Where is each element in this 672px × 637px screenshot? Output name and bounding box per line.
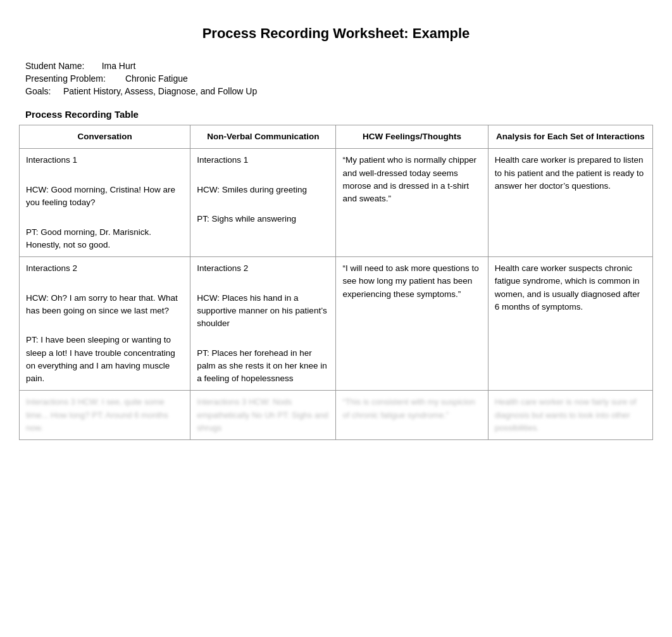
cell-analysis-row2: Health care worker suspects chronic fati… [488,257,652,391]
header-analysis: Analysis for Each Set of Interactions [488,125,652,149]
presenting-problem-line: Presenting Problem: Chronic Fatigue [25,73,653,84]
cell-nonverbal-row2: Interactions 2HCW: Places his hand in a … [190,257,336,391]
cell-nonverbal-row1: Interactions 1HCW: Smiles during greetin… [190,149,336,257]
meta-section: Student Name: Ima Hurt Presenting Proble… [19,61,653,96]
cell-hcw-row3: “This is consistent with my suspicion of… [336,391,488,440]
section-label: Process Recording Table [19,109,653,120]
cell-hcw-row2: “I will need to ask more questions to se… [336,257,488,391]
student-name-value: Ima Hurt [102,61,136,71]
student-name-label: Student Name: [25,61,84,71]
student-name-line: Student Name: Ima Hurt [25,61,653,71]
header-conversation: Conversation [20,125,190,149]
cell-conversation-row1: Interactions 1HCW: Good morning, Cristin… [20,149,190,257]
goals-value: Patient History, Assess, Diagnose, and F… [63,86,257,96]
cell-hcw-row1: “My patient who is normally chipper and … [336,149,488,257]
goals-label: Goals: [25,86,51,96]
presenting-problem-value: Chronic Fatigue [125,73,188,84]
cell-nonverbal-row3: Interactions 3 HCW: Nods empathetically … [190,391,336,440]
table-row: Interactions 3 HCW: I see, quite some ti… [20,391,653,440]
page-title: Process Recording Worksheet: Example [19,25,653,42]
cell-conversation-row3: Interactions 3 HCW: I see, quite some ti… [20,391,190,440]
header-nonverbal: Non-Verbal Communication [190,125,336,149]
cell-analysis-row1: Health care worker is prepared to listen… [488,149,652,257]
cell-conversation-row2: Interactions 2HCW: Oh? I am sorry to hea… [20,257,190,391]
header-hcw: HCW Feelings/Thoughts [336,125,488,149]
table-row: Interactions 2HCW: Oh? I am sorry to hea… [20,257,653,391]
table-row: Interactions 1HCW: Good morning, Cristin… [20,149,653,257]
cell-analysis-row3: Health care worker is now fairly sure of… [488,391,652,440]
process-recording-table: Conversation Non-Verbal Communication HC… [19,125,653,440]
presenting-problem-label: Presenting Problem: [25,73,106,84]
table-header-row: Conversation Non-Verbal Communication HC… [20,125,653,149]
goals-line: Goals: Patient History, Assess, Diagnose… [25,86,653,96]
